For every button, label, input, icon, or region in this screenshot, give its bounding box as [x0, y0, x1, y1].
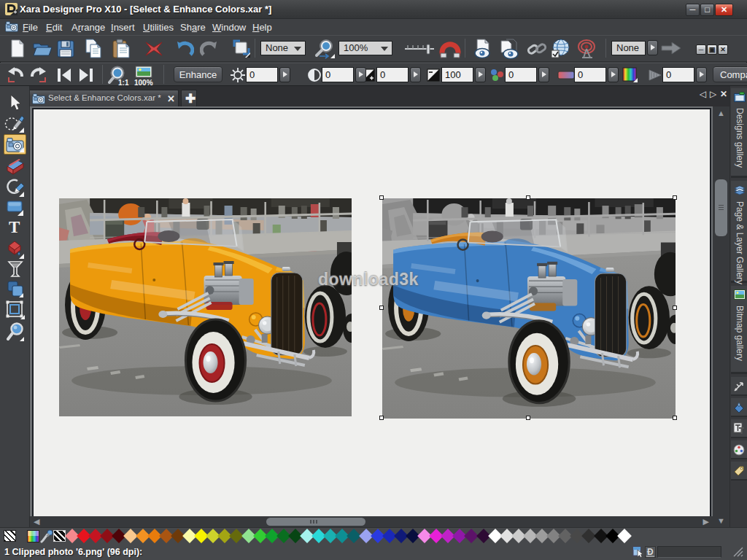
svg-text:Ð: Ð: [647, 547, 654, 557]
svg-text:100%: 100%: [134, 79, 153, 86]
svg-text:1:1: 1:1: [118, 79, 129, 86]
